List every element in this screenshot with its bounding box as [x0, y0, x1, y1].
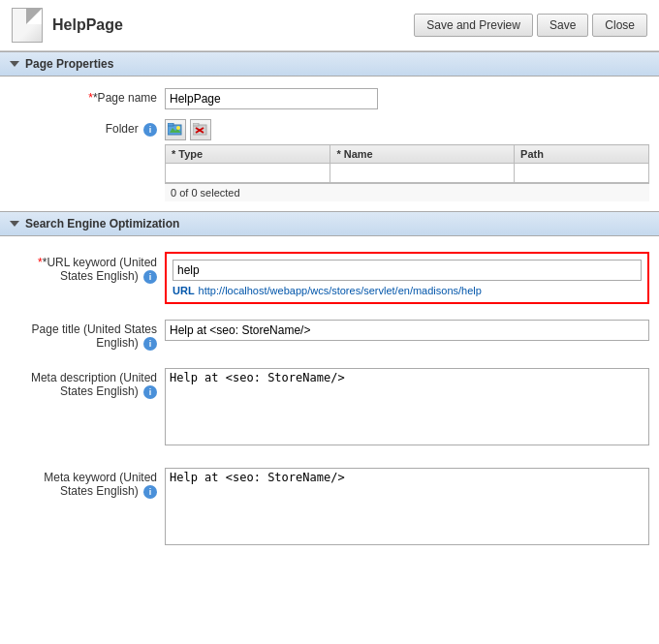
- url-keyword-label: **URL keyword (United States English) i: [10, 250, 165, 284]
- url-keyword-row: **URL keyword (United States English) i …: [0, 246, 659, 310]
- page-title-info-icon[interactable]: i: [143, 337, 157, 351]
- seo-collapse-triangle-icon[interactable]: [10, 221, 19, 227]
- url-keyword-info-icon[interactable]: i: [143, 270, 157, 284]
- remove-icon-svg: [193, 123, 208, 137]
- meta-keyword-field: Help at <seo: StoreName/>: [165, 468, 649, 548]
- collapse-triangle-icon[interactable]: [10, 61, 19, 67]
- folder-icons-row: [165, 119, 649, 140]
- meta-keyword-info-icon[interactable]: i: [143, 485, 157, 499]
- folder-col-path: Path: [515, 145, 649, 164]
- page-name-field: [165, 88, 649, 109]
- folder-info-icon[interactable]: i: [143, 123, 157, 137]
- url-keyword-field: URLhttp://localhost/webapp/wcs/stores/se…: [165, 250, 649, 306]
- meta-desc-textarea[interactable]: Help at <seo: StoreName/>: [165, 368, 649, 445]
- meta-desc-field: Help at <seo: StoreName/>: [165, 368, 649, 448]
- folder-label: Folder i: [10, 119, 165, 137]
- save-button[interactable]: Save: [537, 14, 588, 37]
- page-title: HelpPage: [52, 16, 414, 34]
- page-title-field: [165, 320, 649, 341]
- svg-point-3: [176, 126, 180, 130]
- seo-section-label: Search Engine Optimization: [25, 217, 179, 230]
- remove-folder-icon[interactable]: [190, 119, 211, 140]
- folder-selected-count: 0 of 0 selected: [165, 183, 649, 201]
- url-value: http://localhost/webapp/wcs/stores/servl…: [199, 285, 482, 296]
- header-buttons: Save and Preview Save Close: [414, 14, 647, 37]
- meta-desc-row: Meta description (United States English)…: [0, 362, 659, 454]
- seo-body: **URL keyword (United States English) i …: [0, 236, 659, 564]
- close-button[interactable]: Close: [592, 14, 647, 37]
- url-preview: URLhttp://localhost/webapp/wcs/stores/se…: [173, 285, 642, 296]
- add-folder-icon[interactable]: [165, 119, 186, 140]
- folder-area: * Type * Name Path 0 of 0 selected: [165, 119, 649, 201]
- folder-table: * Type * Name Path: [165, 144, 649, 183]
- folder-empty-row: [166, 164, 649, 183]
- page-name-row: **Page name: [0, 84, 659, 113]
- page-name-label: **Page name: [10, 88, 165, 105]
- url-keyword-input[interactable]: [173, 260, 642, 281]
- save-preview-button[interactable]: Save and Preview: [414, 14, 533, 37]
- header: HelpPage Save and Preview Save Close: [0, 0, 659, 51]
- url-label: URL: [173, 285, 195, 296]
- meta-keyword-textarea[interactable]: Help at <seo: StoreName/>: [165, 468, 649, 545]
- folder-row: Folder i: [0, 113, 659, 207]
- meta-keyword-row: Meta keyword (United States English) i H…: [0, 462, 659, 554]
- svg-rect-5: [193, 123, 199, 126]
- meta-desc-label: Meta description (United States English)…: [10, 368, 165, 399]
- page-name-input[interactable]: [165, 88, 378, 109]
- seo-section-header: Search Engine Optimization: [0, 211, 659, 236]
- page-title-row: Page title (United States English) i: [0, 316, 659, 354]
- svg-rect-1: [168, 123, 173, 126]
- folder-col-type: * Type: [166, 145, 330, 164]
- page-title-input[interactable]: [165, 320, 649, 341]
- url-keyword-box: URLhttp://localhost/webapp/wcs/stores/se…: [165, 252, 649, 304]
- page-properties-label: Page Properties: [25, 57, 113, 71]
- folder-col-name: * Name: [330, 145, 515, 164]
- page-properties-body: **Page name Folder i: [0, 77, 659, 211]
- image-icon-svg: [168, 123, 183, 137]
- page-properties-section-header: Page Properties: [0, 51, 659, 77]
- meta-desc-info-icon[interactable]: i: [143, 385, 157, 399]
- meta-keyword-label: Meta keyword (United States English) i: [10, 468, 165, 499]
- page-title-label: Page title (United States English) i: [10, 320, 165, 351]
- page-icon: [12, 8, 43, 43]
